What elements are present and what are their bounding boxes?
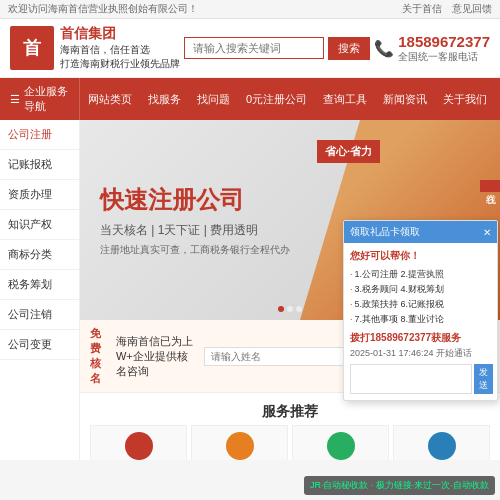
sidebar-item-2[interactable]: 资质办理	[0, 180, 79, 210]
nav-item-0[interactable]: 网站类页	[80, 86, 140, 113]
phone-number: 18589672377	[398, 33, 490, 50]
freezone-name-input[interactable]	[204, 347, 345, 366]
banner-desc: 注册地址真实可查，工商税务银行全程代办	[100, 243, 290, 257]
dot-2[interactable]	[287, 306, 293, 312]
banner-dots	[278, 306, 302, 312]
chat-list-item-3: 7.其他事项 8.董业讨论	[350, 312, 491, 327]
services-title: 服务推荐	[90, 397, 490, 425]
chat-phone[interactable]: 拨打18589672377获服务	[350, 331, 491, 345]
nav-item-7[interactable]: 财务顾问	[495, 86, 500, 113]
service-icon-0	[125, 432, 153, 460]
banner-title: 快速注册公司	[100, 184, 290, 216]
nav-item-6[interactable]: 关于我们	[435, 86, 495, 113]
content-area: 公司注册 记账报税 资质办理 知识产权 商标分类 税务筹划 公司注销 公司变更 …	[0, 120, 500, 460]
sidebar-item-7[interactable]: 公司变更	[0, 330, 79, 360]
nav-item-4[interactable]: 查询工具	[315, 86, 375, 113]
services-grid: 代理注册 公司注册 记账报税 商标注册	[90, 425, 490, 460]
nav-items: 网站类页 找服务 找问题 0元注册公司 查询工具 新闻资讯 关于我们 财务顾问	[80, 86, 500, 113]
header: 首 首信集团 海南首信，信任首选 打造海南财税行业领先品牌 搜索 📞 18589…	[0, 19, 500, 78]
freezone-text: 海南首信已为上W+企业提供核名咨询	[116, 334, 198, 379]
online-button[interactable]: 在线	[480, 180, 500, 192]
logo-icon: 首	[10, 26, 54, 70]
chat-send-button[interactable]: 发送	[474, 364, 493, 394]
chat-list-item-1: 3.税务顾问 4.财税筹划	[350, 282, 491, 297]
service-icon-3	[428, 432, 456, 460]
chat-list: 1.公司注册 2.提营执照 3.税务顾问 4.财税筹划 5.政策扶持 6.记账报…	[350, 267, 491, 327]
sidebar-item-0[interactable]: 公司注册	[0, 120, 79, 150]
auto-collect-watermark: JR·自动秘收款 · 极力链接·来过一次·自动收款	[304, 476, 495, 495]
services-section: 服务推荐 代理注册 公司注册 记账报税 商标注册	[80, 393, 500, 460]
service-icon-2	[327, 432, 355, 460]
top-bar-about[interactable]: 关于首信	[402, 2, 442, 16]
chat-list-item-0: 1.公司注册 2.提营执照	[350, 267, 491, 282]
dot-3[interactable]	[296, 306, 302, 312]
chat-header-label: 领取礼品卡领取	[350, 225, 420, 239]
chat-body: 您好可以帮你！ 1.公司注册 2.提营执照 3.税务顾问 4.财税筹划 5.政策…	[344, 243, 497, 400]
main-content: 快速注册公司 当天核名 | 1天下证 | 费用透明 注册地址真实可查，工商税务银…	[80, 120, 500, 460]
phone-icon: 📞	[374, 39, 394, 58]
chat-time: 2025-01-31 17:46:24 开始通话	[350, 347, 491, 360]
chat-header: 领取礼品卡领取 ✕	[344, 221, 497, 243]
search-area: 搜索	[184, 37, 370, 60]
chat-input-row: 发送	[350, 364, 491, 394]
logo-sub1: 海南首信，信任首选	[60, 43, 180, 57]
logo-area: 首 首信集团 海南首信，信任首选 打造海南财税行业领先品牌	[10, 25, 180, 71]
top-bar-feedback[interactable]: 意见回馈	[452, 2, 492, 16]
top-bar: 欢迎访问海南首信营业执照创始有限公司！ 关于首信 意见回馈	[0, 0, 500, 19]
nav-dropdown-label: 企业服务导航	[24, 84, 69, 114]
chat-close-button[interactable]: ✕	[483, 227, 491, 238]
nav-item-3[interactable]: 0元注册公司	[238, 86, 315, 113]
sidebar-item-6[interactable]: 公司注销	[0, 300, 79, 330]
service-card-1[interactable]: 公司注册	[191, 425, 288, 460]
service-card-0[interactable]: 代理注册	[90, 425, 187, 460]
chat-greeting: 您好可以帮你！	[350, 249, 491, 263]
nav-item-1[interactable]: 找服务	[140, 86, 189, 113]
service-card-3[interactable]: 商标注册	[393, 425, 490, 460]
chat-message-input[interactable]	[350, 364, 472, 394]
phone-area: 📞 18589672377 全国统一客服电话	[374, 33, 490, 64]
sidebar-item-3[interactable]: 知识产权	[0, 210, 79, 240]
logo-main: 首信集团	[60, 25, 180, 43]
logo-text: 首信集团 海南首信，信任首选 打造海南财税行业领先品牌	[60, 25, 180, 71]
sidebar-item-5[interactable]: 税务筹划	[0, 270, 79, 300]
top-bar-right: 关于首信 意见回馈	[402, 2, 492, 16]
sidebar-item-1[interactable]: 记账报税	[0, 150, 79, 180]
banner-subtitle: 当天核名 | 1天下证 | 费用透明	[100, 222, 290, 239]
chat-list-item-2: 5.政策扶持 6.记账报税	[350, 297, 491, 312]
service-icon-1	[226, 432, 254, 460]
nav-bar: ☰ 企业服务导航 网站类页 找服务 找问题 0元注册公司 查询工具 新闻资讯 关…	[0, 78, 500, 120]
sidebar-item-4[interactable]: 商标分类	[0, 240, 79, 270]
phone-subtitle: 全国统一客服电话	[398, 50, 490, 64]
logo-sub2: 打造海南财税行业领先品牌	[60, 57, 180, 71]
top-bar-left: 欢迎访问海南首信营业执照创始有限公司！	[8, 2, 198, 16]
nav-dropdown[interactable]: ☰ 企业服务导航	[0, 78, 80, 120]
chat-popup: 领取礼品卡领取 ✕ 您好可以帮你！ 1.公司注册 2.提营执照 3.税务顾问 4…	[343, 220, 498, 401]
banner-text: 快速注册公司 当天核名 | 1天下证 | 费用透明 注册地址真实可查，工商税务银…	[100, 184, 290, 257]
search-input[interactable]	[184, 37, 324, 59]
nav-item-2[interactable]: 找问题	[189, 86, 238, 113]
sidebar: 公司注册 记账报税 资质办理 知识产权 商标分类 税务筹划 公司注销 公司变更	[0, 120, 80, 460]
nav-item-5[interactable]: 新闻资讯	[375, 86, 435, 113]
banner-badge: 省心·省力	[317, 140, 380, 163]
service-card-2[interactable]: 记账报税	[292, 425, 389, 460]
menu-icon: ☰	[10, 93, 20, 106]
freezone-label: 免费核名	[90, 326, 110, 386]
dot-1[interactable]	[278, 306, 284, 312]
search-button[interactable]: 搜索	[328, 37, 370, 60]
